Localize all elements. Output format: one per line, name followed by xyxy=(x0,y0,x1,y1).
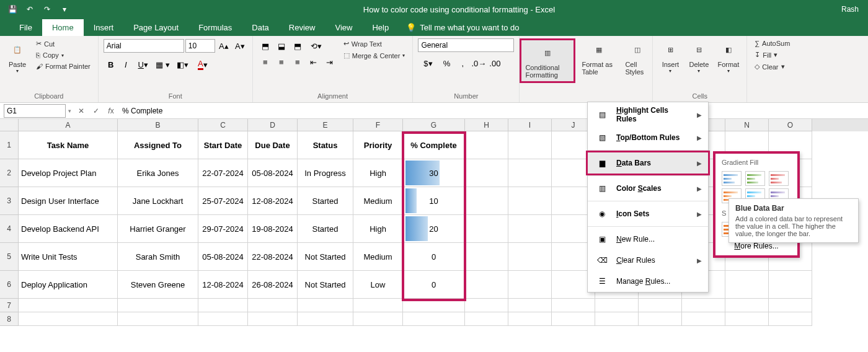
column-header-G[interactable]: G xyxy=(403,119,465,131)
cell-H3[interactable] xyxy=(465,187,508,215)
indent-increase-button[interactable]: ⇥ xyxy=(322,55,337,69)
cell-C1[interactable]: Start Date xyxy=(198,131,248,159)
align-left-button[interactable]: ≡ xyxy=(258,55,273,69)
cell-O6[interactable] xyxy=(769,271,812,299)
cell-I2[interactable] xyxy=(508,159,552,187)
cell-N8[interactable] xyxy=(725,312,769,326)
cell-O8[interactable] xyxy=(769,312,812,326)
row-header-3[interactable]: 3 xyxy=(0,187,19,215)
cell-F7[interactable] xyxy=(353,299,403,312)
cell-E3[interactable]: Started xyxy=(298,187,353,215)
increase-decimal-button[interactable]: .0→ xyxy=(471,56,486,71)
fx-button[interactable]: fx xyxy=(104,104,118,118)
cancel-formula-button[interactable]: ✕ xyxy=(74,104,89,118)
tab-review[interactable]: Review xyxy=(279,19,326,36)
format-cells-button[interactable]: ◧Format▾ xyxy=(715,38,742,75)
align-right-button[interactable]: ≡ xyxy=(290,55,305,69)
cell-A1[interactable]: Task Name xyxy=(19,131,118,159)
cell-N6[interactable] xyxy=(725,271,769,299)
cell-D7[interactable] xyxy=(248,299,298,312)
cell-A7[interactable] xyxy=(19,299,118,312)
menu-color-scales[interactable]: ▥ Color Scales▶ xyxy=(588,178,708,199)
format-painter-button[interactable]: 🖌Format Painter xyxy=(33,61,93,71)
fill-button[interactable]: ↧Fill ▾ xyxy=(752,50,792,60)
cell-N7[interactable] xyxy=(725,299,769,312)
cell-K7[interactable] xyxy=(595,299,639,312)
undo-icon[interactable]: ↶ xyxy=(24,3,36,15)
cell-L8[interactable] xyxy=(639,312,682,326)
copy-button[interactable]: ⎘Copy▾ xyxy=(33,50,93,60)
cell-F6[interactable]: Low xyxy=(353,271,403,299)
cell-I6[interactable] xyxy=(508,271,552,299)
cell-I1[interactable] xyxy=(508,131,552,159)
row-header-4[interactable]: 4 xyxy=(0,215,19,243)
row-header-6[interactable]: 6 xyxy=(0,271,19,299)
cell-B8[interactable] xyxy=(118,312,198,326)
menu-top-bottom-rules[interactable]: ▧ Top/Bottom Rules▶ xyxy=(588,127,708,148)
formula-input[interactable] xyxy=(118,104,868,118)
menu-highlight-cells-rules[interactable]: ▤ Highlight Cells Rules▶ xyxy=(588,102,708,127)
accounting-format-button[interactable]: $▾ xyxy=(418,56,438,71)
cell-F2[interactable]: High xyxy=(353,159,403,187)
cell-D3[interactable]: 12-08-2024 xyxy=(248,187,298,215)
italic-button[interactable]: I xyxy=(118,57,133,72)
cell-C8[interactable] xyxy=(198,312,248,326)
cell-A2[interactable]: Develop Project Plan xyxy=(19,159,118,187)
column-header-A[interactable]: A xyxy=(19,119,118,131)
cell-I3[interactable] xyxy=(508,187,552,215)
bold-button[interactable]: B xyxy=(104,57,118,72)
cell-B3[interactable]: Jane Lockhart xyxy=(118,187,198,215)
menu-icon-sets[interactable]: ◉ Icon Sets▶ xyxy=(588,203,708,224)
menu-clear-rules[interactable]: ⌫ Clear Rules▶ xyxy=(588,250,708,271)
qat-dropdown-icon[interactable]: ▾ xyxy=(58,3,71,15)
cell-G3[interactable]: 10 xyxy=(403,187,465,215)
column-header-F[interactable]: F xyxy=(353,119,403,131)
cell-F1[interactable]: Priority xyxy=(353,131,403,159)
cell-M7[interactable] xyxy=(682,299,725,312)
autosum-button[interactable]: ∑AutoSum xyxy=(752,38,792,48)
align-top-button[interactable]: ⬒ xyxy=(258,38,273,53)
cell-C2[interactable]: 22-07-2024 xyxy=(198,159,248,187)
delete-cells-button[interactable]: ⊟Delete▾ xyxy=(686,38,711,75)
cell-E5[interactable]: Not Started xyxy=(298,243,353,271)
menu-manage-rules[interactable]: ☰ Manage Rules... xyxy=(588,271,708,292)
cell-E2[interactable]: In Progress xyxy=(298,159,353,187)
align-middle-button[interactable]: ⬓ xyxy=(274,38,289,53)
cell-C7[interactable] xyxy=(198,299,248,312)
cell-D4[interactable]: 19-08-2024 xyxy=(248,215,298,243)
select-all-corner[interactable] xyxy=(0,119,19,131)
cell-E8[interactable] xyxy=(298,312,353,326)
cell-B5[interactable]: Sarah Smith xyxy=(118,243,198,271)
row-header-2[interactable]: 2 xyxy=(0,159,19,187)
cell-D1[interactable]: Due Date xyxy=(248,131,298,159)
border-button[interactable]: ▦ ▾ xyxy=(153,57,173,72)
column-header-H[interactable]: H xyxy=(465,119,508,131)
cell-G4[interactable]: 20 xyxy=(403,215,465,243)
cell-H7[interactable] xyxy=(465,299,508,312)
tab-data[interactable]: Data xyxy=(242,19,278,36)
cell-C4[interactable]: 29-07-2024 xyxy=(198,215,248,243)
wrap-text-button[interactable]: ↩Wrap Text xyxy=(341,38,408,49)
cell-A6[interactable]: Deploy Application xyxy=(19,271,118,299)
cell-H6[interactable] xyxy=(465,271,508,299)
row-header-7[interactable]: 7 xyxy=(0,299,19,312)
cell-G5[interactable]: 0 xyxy=(403,243,465,271)
redo-icon[interactable]: ↷ xyxy=(41,3,53,15)
align-bottom-button[interactable]: ⬒ xyxy=(290,38,305,53)
fill-color-button[interactable]: ◧▾ xyxy=(173,57,193,72)
cell-A3[interactable]: Design User Interface xyxy=(19,187,118,215)
indent-decrease-button[interactable]: ⇤ xyxy=(306,55,321,69)
cell-I5[interactable] xyxy=(508,243,552,271)
column-header-B[interactable]: B xyxy=(118,119,198,131)
cell-H8[interactable] xyxy=(465,312,508,326)
column-header-C[interactable]: C xyxy=(198,119,248,131)
conditional-formatting-button[interactable]: ▥ Conditional Formatting xyxy=(520,38,575,83)
grow-font-button[interactable]: A▴ xyxy=(216,38,231,53)
insert-cells-button[interactable]: ⊞Insert▾ xyxy=(658,38,683,75)
cell-E4[interactable]: Started xyxy=(298,215,353,243)
number-format-select[interactable] xyxy=(418,38,514,52)
cell-B6[interactable]: Steven Greene xyxy=(118,271,198,299)
cell-B1[interactable]: Assigned To xyxy=(118,131,198,159)
cell-G8[interactable] xyxy=(403,312,465,326)
databar-green-gradient[interactable] xyxy=(745,171,765,186)
